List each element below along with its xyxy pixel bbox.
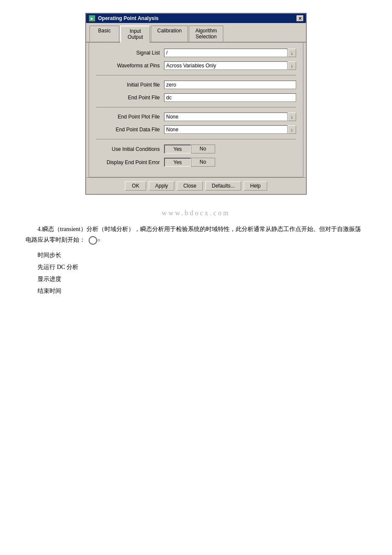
end-point-data-control: ↓ — [164, 125, 296, 134]
dialog-titlebar: ► Operating Point Analysis ✕ — [86, 14, 306, 23]
dialog-icon: ► — [89, 15, 95, 22]
text-content: 4.瞬态（transient）分析（时域分析），瞬态分析用于检验系统的时域特性，… — [17, 224, 375, 297]
circle-icon: ○ — [89, 236, 97, 245]
list-item: 时间步长 — [37, 249, 366, 261]
waveforms-label: Waveforms at Pins — [96, 63, 164, 69]
help-button[interactable]: Help — [244, 181, 267, 191]
use-initial-no-button[interactable]: No — [191, 145, 215, 153]
end-point-plot-dropdown[interactable]: ↓ — [288, 113, 296, 121]
signal-list-label: Signal List — [96, 50, 164, 56]
dialog-title: Operating Point Analysis — [98, 15, 159, 21]
signal-list-input[interactable] — [164, 49, 288, 57]
dialog-close-button[interactable]: ✕ — [297, 15, 303, 21]
initial-point-row: Initial Point file — [96, 81, 296, 89]
waveforms-control: ↓ — [164, 61, 296, 70]
display-error-radio-group: Yes No — [164, 158, 215, 167]
initial-point-input[interactable] — [164, 81, 296, 89]
use-initial-control: Yes No — [164, 145, 296, 153]
tab-algorithm-selection[interactable]: AlgorithmSelection — [189, 26, 223, 42]
ok-button[interactable]: OK — [125, 181, 146, 191]
dialog-title-left: ► Operating Point Analysis — [89, 15, 159, 22]
watermark: www.bdocx.com — [17, 208, 375, 224]
dialog-content: Signal List ↓ Waveforms at Pins ↓ Initia… — [89, 43, 303, 177]
list-item: 结束时间 — [37, 285, 366, 297]
use-initial-radio-group: Yes No — [164, 145, 215, 153]
tabs-row: Basic InputOutput Calibration AlgorithmS… — [86, 23, 306, 43]
waveforms-input[interactable] — [164, 61, 288, 70]
separator-2 — [96, 107, 296, 107]
use-initial-label: Use Initial Conditions — [96, 146, 164, 152]
separator-3 — [96, 139, 296, 139]
end-point-plot-row: End Point Plot File ↓ — [96, 113, 296, 121]
separator-1 — [96, 75, 296, 75]
tab-calibration[interactable]: Calibration — [151, 26, 188, 42]
end-point-data-label: End Point Data File — [96, 127, 164, 133]
operating-point-dialog: ► Operating Point Analysis ✕ Basic Input… — [85, 13, 307, 195]
waveforms-row: Waveforms at Pins ↓ — [96, 61, 296, 70]
use-initial-row: Use Initial Conditions Yes No — [96, 145, 296, 153]
end-point-label: End Point File — [96, 95, 164, 101]
apply-button[interactable]: Apply — [149, 181, 174, 191]
signal-list-row: Signal List ↓ — [96, 49, 296, 57]
use-initial-yes-button[interactable]: Yes — [164, 145, 191, 153]
end-point-control — [164, 93, 296, 102]
end-point-input[interactable] — [164, 93, 296, 102]
end-point-data-dropdown[interactable]: ↓ — [288, 125, 296, 134]
dialog-footer: OK Apply Close Defaults... Help — [86, 177, 306, 194]
end-point-data-row: End Point Data File ↓ — [96, 125, 296, 134]
end-point-plot-label: End Point Plot File — [96, 114, 164, 120]
initial-point-control — [164, 81, 296, 89]
tab-basic[interactable]: Basic — [89, 26, 119, 42]
list-item: 先运行 DC 分析 — [37, 261, 366, 273]
initial-point-label: Initial Point file — [96, 82, 164, 88]
defaults-button[interactable]: Defaults... — [205, 181, 241, 191]
end-point-row: End Point File — [96, 93, 296, 102]
display-error-row: Display End Point Error Yes No — [96, 158, 296, 167]
text-list: 时间步长 先运行 DC 分析 显示进度 结束时间 — [26, 249, 366, 297]
display-error-label: Display End Point Error — [96, 159, 164, 165]
paragraph-1: 4.瞬态（transient）分析（时域分析），瞬态分析用于检验系统的时域特性，… — [26, 224, 366, 245]
end-point-plot-control: ↓ — [164, 113, 296, 121]
tab-input-output[interactable]: InputOutput — [120, 26, 150, 43]
end-point-data-input[interactable] — [164, 125, 288, 134]
display-error-yes-button[interactable]: Yes — [164, 158, 191, 167]
signal-list-control: ↓ — [164, 49, 296, 57]
display-error-no-button[interactable]: No — [191, 158, 215, 167]
end-point-plot-input[interactable] — [164, 113, 288, 121]
close-button[interactable]: Close — [177, 181, 203, 191]
signal-list-dropdown[interactable]: ↓ — [288, 49, 296, 57]
display-error-control: Yes No — [164, 158, 296, 167]
waveforms-dropdown[interactable]: ↓ — [288, 61, 296, 70]
list-item: 显示进度 — [37, 273, 366, 285]
